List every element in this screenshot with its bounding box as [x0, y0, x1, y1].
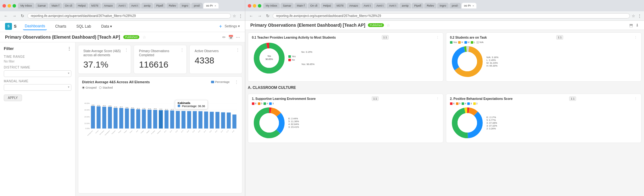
settings-button[interactable]: Settings ▾	[225, 24, 240, 28]
nav-sqllab[interactable]: SQL Lab	[75, 23, 93, 30]
filter-menu-icon[interactable]: ⋮	[67, 46, 71, 51]
kpi-menu-2[interactable]: ⋮	[236, 48, 240, 52]
tab-avni1[interactable]: Avni t	[116, 3, 128, 8]
more-icon[interactable]: ⋯	[236, 35, 240, 40]
right-tab-amazo[interactable]: Amazo	[347, 3, 361, 8]
right-share-icon[interactable]: ⬒	[629, 23, 633, 28]
svg-text:39.80: 39.80	[125, 107, 129, 108]
donut-title-1: 0.2 Students are on Task	[450, 36, 487, 39]
edit-icon[interactable]: ✏	[222, 35, 226, 40]
tab-amazo[interactable]: Amazo	[102, 3, 115, 8]
district-input[interactable]	[4, 70, 71, 77]
right-tab-active[interactable]: oo Pr ×	[462, 3, 477, 8]
donut-menu-3[interactable]: ⋮	[634, 97, 637, 101]
menu-icon-right[interactable]: ⋮	[638, 14, 641, 18]
donut-menu-2[interactable]: ⋮	[436, 97, 439, 101]
svg-text:44.83: 44.83	[92, 104, 95, 106]
donut-badge-0: 1:1	[382, 35, 389, 40]
tab-avnip[interactable]: avnip	[141, 3, 153, 8]
label-h: H: 65.30%	[486, 64, 498, 67]
maximize-button[interactable]	[13, 4, 16, 8]
forward-button-right[interactable]: →	[256, 13, 263, 19]
nav-dashboards[interactable]: Dashboards	[23, 23, 47, 30]
svg-rect-52	[170, 111, 174, 128]
close-button-right[interactable]	[248, 4, 251, 8]
close-button[interactable]	[3, 4, 6, 8]
tab-oncli[interactable]: On cli	[63, 3, 75, 8]
donut-menu-0[interactable]: ⋮	[436, 35, 439, 40]
forward-button[interactable]: →	[11, 13, 18, 19]
svg-text:36.94: 36.94	[154, 108, 157, 110]
kpi-card-0: State Average Score (4&5) across all ele…	[78, 45, 131, 74]
leg-3-color-3	[269, 102, 272, 105]
right-tab-avni2[interactable]: Avni t	[374, 3, 386, 8]
tab-relev[interactable]: Relev	[166, 3, 179, 8]
kpi-menu-0[interactable]: ⋮	[125, 48, 128, 52]
tab-samar[interactable]: Samar	[35, 3, 49, 8]
svg-text:34.30: 34.30	[198, 130, 201, 133]
minimize-button[interactable]	[8, 4, 11, 8]
kpi-value-2: 4338	[195, 56, 237, 66]
right-tab-avni1[interactable]: Avni t	[361, 3, 373, 8]
nav-data[interactable]: Data ▾	[99, 23, 114, 30]
apply-button[interactable]: APPLY	[4, 95, 22, 101]
add-button[interactable]: +	[219, 24, 222, 29]
right-main: 0.1 Teacher Provides Learning Activity t…	[245, 30, 644, 196]
donut-menu-1[interactable]: ⋮	[634, 35, 637, 40]
right-tab-avni3[interactable]: Avni t	[386, 3, 398, 8]
chart-title: District Average 4&5 Across All Elements	[82, 80, 150, 84]
tab-avni2[interactable]: Avni t	[129, 3, 141, 8]
tab-active[interactable]: oo Pr ×	[203, 3, 219, 8]
tooltip-value: 36.36	[198, 105, 205, 108]
menu-icon[interactable]: ⋮	[239, 14, 242, 18]
reload-button[interactable]: ↻	[19, 13, 25, 19]
right-tab-prod[interactable]: prod-	[449, 3, 461, 8]
right-tab-m37[interactable]: M37ti	[334, 3, 346, 8]
address-input-left[interactable]: reporting.ife.avniproject.org/superset/d…	[27, 13, 231, 19]
mandal-input[interactable]	[4, 84, 71, 91]
nav-charts[interactable]: Charts	[53, 23, 68, 30]
right-tab-samar[interactable]: Samar	[280, 3, 294, 8]
svg-rect-69	[215, 112, 219, 128]
right-favorite-icon[interactable]: ☆	[386, 23, 390, 28]
address-bar-row-left: ← → ↻ reporting.ife.avniproject.org/supe…	[0, 11, 245, 21]
chart-menu-icon[interactable]: ⋮	[235, 80, 238, 84]
svg-text:Yes: Yes	[267, 55, 271, 57]
browser-chrome-left: My Inbox Samar Main f On cli Helpsi M37t…	[0, 0, 245, 11]
reload-button-right[interactable]: ↻	[265, 13, 271, 19]
svg-text:35.79: 35.79	[171, 109, 174, 110]
right-tab-avnip[interactable]: avnip	[399, 3, 411, 8]
maximize-button-right[interactable]	[258, 4, 261, 8]
toggle-grouped[interactable]: Grouped	[82, 86, 97, 89]
donut-badge-2: 1:1	[372, 96, 379, 101]
calendar-icon[interactable]: 📅	[228, 35, 233, 40]
right-tab-oncli[interactable]: On cli	[308, 3, 320, 8]
minimize-button-right[interactable]	[253, 4, 256, 8]
right-tab-pipell[interactable]: Pipell	[412, 3, 424, 8]
address-input-right[interactable]: reporting.ife.avniproject.org/superset/d…	[273, 13, 630, 19]
tab-main[interactable]: Main f	[49, 3, 62, 8]
right-tab-relev[interactable]: Relev	[424, 3, 436, 8]
right-header-icons: ⬒ ⬇	[629, 23, 639, 28]
kpi-chart-area: State Average Score (4&5) across all ele…	[75, 42, 245, 196]
toggle-stacked[interactable]: Stacked	[99, 86, 113, 89]
right-tab-helpsi[interactable]: Helpsi	[321, 3, 334, 8]
back-button-right[interactable]: ←	[248, 13, 254, 19]
bookmark-icon-right[interactable]: ☆	[632, 14, 635, 18]
kpi-menu-1[interactable]: ⋮	[180, 48, 184, 52]
right-tab-main[interactable]: Main f	[294, 3, 307, 8]
tab-prod[interactable]: prod-	[191, 3, 203, 8]
traffic-lights-right	[248, 4, 261, 8]
leg-e-color-4	[450, 102, 452, 105]
tab-pipell[interactable]: Pipell	[154, 3, 166, 8]
right-tab-inbox[interactable]: My Inbox	[263, 3, 280, 8]
tab-m37[interactable]: M37ti	[89, 3, 101, 8]
tab-helpsi[interactable]: Helpsi	[75, 3, 88, 8]
tab-inbox[interactable]: My Inbox	[18, 3, 35, 8]
tab-ingro[interactable]: Ingro	[179, 3, 191, 8]
bookmark-icon[interactable]: ☆	[233, 14, 236, 18]
right-download-icon[interactable]: ⬇	[636, 23, 639, 28]
back-button[interactable]: ←	[3, 13, 9, 19]
right-tab-ingro[interactable]: Ingro	[437, 3, 449, 8]
favorite-icon[interactable]: ☆	[142, 35, 146, 40]
